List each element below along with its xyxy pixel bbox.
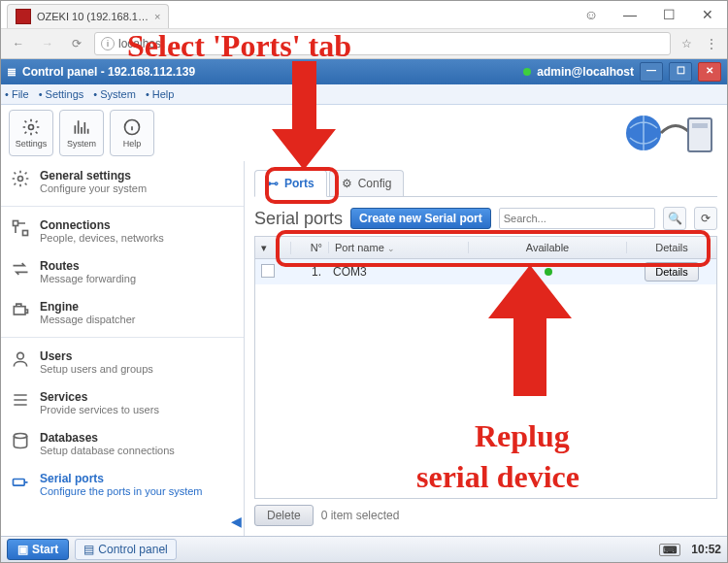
available-dot-icon — [545, 268, 552, 276]
info-icon: i — [101, 37, 115, 50]
window-close[interactable]: ✕ — [688, 7, 727, 22]
svg-rect-7 — [23, 231, 28, 236]
selection-count: 0 item selected — [321, 509, 400, 522]
tab-config-label: Config — [358, 177, 392, 190]
taskbar: ▣ Start ▤ Control panel ⌨ 10:52 — [1, 536, 727, 562]
sidebar-label: Serial ports — [40, 472, 203, 485]
sidebar-sub: Configure your system — [40, 182, 147, 194]
svg-rect-4 — [692, 123, 708, 128]
svg-rect-11 — [14, 480, 25, 486]
sidebar-label: Engine — [40, 300, 135, 314]
menu-file[interactable]: • File — [5, 88, 29, 100]
toolbar-system-label: System — [67, 139, 96, 149]
routes-icon — [11, 259, 30, 279]
row-portname: COM3 — [327, 265, 470, 279]
app-close[interactable]: ✕ — [698, 62, 721, 82]
create-port-button[interactable]: Create new Serial port — [350, 208, 491, 229]
annotation-box-tab — [265, 167, 339, 204]
menu-icon[interactable]: ⋮ — [702, 37, 721, 50]
browser-tab[interactable]: OZEKI 10 (192.168.1… × — [7, 4, 169, 28]
sidebar-sub: Provide services to users — [40, 404, 159, 415]
svg-rect-6 — [14, 221, 18, 226]
app-user[interactable]: admin@localhost — [537, 65, 634, 79]
annotation-box-row — [276, 230, 711, 267]
menu-system[interactable]: • System — [93, 88, 136, 100]
sidebar-label: Routes — [40, 259, 136, 273]
app-header: ≣ Control panel - 192.168.112.139 admin@… — [1, 59, 727, 84]
menu-help[interactable]: • Help — [146, 88, 175, 100]
sidebar-sub: Setup database connections — [40, 445, 175, 456]
database-icon — [11, 431, 30, 450]
bars-icon — [72, 117, 91, 137]
toolbar-help-button[interactable]: Help — [110, 110, 154, 156]
toolbar-system-button[interactable]: System — [59, 110, 104, 156]
user-icon[interactable]: ☺ — [572, 7, 611, 22]
sidebar-item-routes[interactable]: RoutesMessage forwarding — [1, 251, 244, 292]
menu-settings[interactable]: • Settings — [39, 88, 84, 100]
window-maximize[interactable]: ☐ — [649, 7, 688, 22]
sidebar-item-connections[interactable]: ConnectionsPeople, devices, networks — [1, 211, 244, 251]
browser-tabstrip: OZEKI 10 (192.168.1… × — [7, 1, 169, 28]
refresh-icon[interactable]: ⟳ — [694, 207, 717, 230]
app-icon: ≣ — [7, 65, 17, 79]
address-text: localhost — [118, 37, 164, 50]
app-minimize[interactable]: — — [640, 62, 663, 82]
gear-icon: ⚙ — [342, 177, 352, 190]
svg-rect-8 — [14, 307, 25, 315]
sidebar-item-engine[interactable]: EngineMessage dispatcher — [1, 292, 244, 333]
sidebar-label: Connections — [40, 218, 164, 232]
engine-icon — [11, 300, 30, 319]
bookmark-icon[interactable]: ☆ — [677, 37, 696, 50]
list-icon — [11, 390, 30, 410]
panel-header: Serial ports Create new Serial port 🔍 ⟳ — [254, 205, 717, 232]
svg-point-9 — [17, 352, 24, 359]
table-empty-area — [255, 284, 716, 498]
network-icon — [11, 218, 30, 238]
screenshot-root: OZEKI 10 (192.168.1… × ☺ — ☐ ✕ ← → ⟳ i l… — [0, 0, 728, 563]
search-icon[interactable]: 🔍 — [663, 207, 686, 230]
gear-icon — [21, 117, 41, 137]
sidebar-item-serial-ports[interactable]: Serial portsConfigure the ports in your … — [1, 464, 244, 505]
delete-button[interactable]: Delete — [254, 505, 314, 526]
sidebar-sub: People, devices, networks — [40, 232, 164, 244]
start-button[interactable]: ▣ Start — [7, 539, 69, 560]
search-input[interactable] — [499, 208, 655, 229]
nav-back-icon[interactable]: ← — [7, 32, 30, 55]
app-maximize[interactable]: ☐ — [669, 62, 692, 82]
content-panel: ⊷ Ports ⚙ Config Serial ports Create new… — [245, 161, 727, 537]
close-tab-icon[interactable]: × — [154, 11, 160, 22]
taskbar-control-panel[interactable]: ▤ Control panel — [75, 539, 176, 560]
sidebar: General settingsConfigure your system Co… — [1, 161, 245, 537]
clock-time: 10:52 — [691, 543, 721, 556]
start-label: Start — [32, 543, 58, 556]
nav-reload-icon[interactable]: ⟳ — [65, 32, 88, 55]
sidebar-sub: Setup users and groups — [40, 363, 153, 375]
tab-config[interactable]: ⚙ Config — [329, 170, 405, 196]
status-dot-icon — [523, 68, 531, 76]
window-minimize[interactable]: — — [611, 7, 649, 22]
svg-point-0 — [29, 125, 34, 130]
sidebar-sub: Message forwarding — [40, 273, 136, 284]
row-available — [470, 265, 627, 279]
keyboard-icon[interactable]: ⌨ — [659, 544, 680, 556]
sidebar-item-services[interactable]: ServicesProvide services to users — [1, 382, 244, 423]
sidebar-label: Databases — [40, 431, 175, 445]
svg-point-5 — [18, 177, 23, 182]
user-icon — [11, 349, 30, 369]
sidebar-caret-icon[interactable]: ◀ — [231, 513, 242, 529]
nav-forward-icon[interactable]: → — [36, 32, 59, 55]
doc-icon: ▤ — [83, 543, 94, 556]
favicon-icon — [16, 9, 31, 24]
address-field[interactable]: i localhost — [94, 32, 671, 55]
sidebar-item-users[interactable]: UsersSetup users and groups — [1, 342, 244, 382]
sidebar-item-general[interactable]: General settingsConfigure your system — [1, 161, 244, 202]
row-number: 1. — [290, 265, 327, 279]
sidebar-item-databases[interactable]: DatabasesSetup database connections — [1, 423, 244, 464]
tab-title: OZEKI 10 (192.168.1… — [37, 11, 149, 22]
app-menubar: • File • Settings • System • Help — [1, 84, 727, 105]
sidebar-label: Services — [40, 390, 159, 404]
row-checkbox[interactable] — [261, 264, 275, 278]
clock: ⌨ 10:52 — [659, 543, 721, 556]
toolbar-settings-button[interactable]: Settings — [9, 110, 53, 156]
serial-icon — [11, 472, 30, 491]
